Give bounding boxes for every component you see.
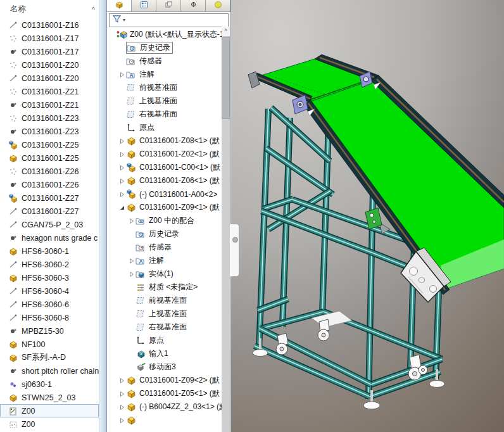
expand-arrow-icon[interactable]: [118, 418, 126, 423]
file-list-item[interactable]: HFS6-3060-4: [0, 284, 99, 298]
tree-item[interactable]: 右视基准面: [107, 108, 222, 121]
file-list-item[interactable]: CGAN75-P_2_03: [0, 218, 99, 231]
collapse-chevron-icon[interactable]: ^: [92, 6, 95, 13]
tree-item[interactable]: 上视基准面: [107, 307, 222, 321]
expand-arrow-icon[interactable]: [127, 219, 135, 224]
file-list-item[interactable]: HFS6-3060-6: [0, 298, 99, 311]
expand-arrow-icon[interactable]: [118, 139, 126, 144]
file-list-item[interactable]: STWN25_2_03: [0, 391, 99, 404]
file-list-item[interactable]: HFS6-3060-3: [0, 271, 99, 284]
tree-item[interactable]: (-) C01316001-A00<2>: [107, 187, 222, 201]
tree-item[interactable]: Z00 (默认<默认_显示状态-1>: [107, 28, 222, 41]
file-list-item[interactable]: C01316001-Z21: [0, 98, 99, 111]
tree-item[interactable]: C01316001-Z05<1> (默: [107, 387, 222, 400]
tree-item[interactable]: 输入1: [107, 347, 222, 360]
tree-item-content: C01316001-Z02<1> (默: [126, 149, 220, 160]
tree-item[interactable]: [107, 414, 222, 427]
expand-arrow-icon[interactable]: [127, 258, 135, 264]
file-list-item[interactable]: Z00: [0, 417, 99, 431]
file-list-item[interactable]: C01316001-Z16: [0, 18, 99, 32]
filter-dropdown-caret[interactable]: ▾: [123, 17, 125, 23]
file-list-item[interactable]: C01316001-Z17: [0, 45, 99, 58]
tree-item[interactable]: 原点: [107, 121, 222, 134]
file-list-item[interactable]: HFS6-3060-1: [0, 245, 99, 258]
tree-item[interactable]: 右视基准面: [107, 321, 222, 334]
tree-item-label: 注解: [139, 69, 154, 80]
tree-item[interactable]: A注解: [107, 254, 222, 267]
tree-item[interactable]: C01316001-Z02<1> (默: [107, 148, 222, 161]
file-list-item[interactable]: C01316001-Z20: [0, 72, 99, 85]
expand-arrow-icon[interactable]: [118, 179, 126, 184]
tab-featuremanager[interactable]: [107, 0, 132, 11]
tree-item[interactable]: C01316001-Z08<1> (默: [107, 134, 222, 148]
file-list-item[interactable]: HFS6-3060-8: [0, 311, 99, 324]
file-list-item[interactable]: C01316001-Z25: [0, 138, 99, 151]
tab-propertymanager[interactable]: [132, 0, 156, 11]
tree-item[interactable]: 实体(1): [107, 267, 222, 281]
tree-item[interactable]: C01316001-Z06<1> (默: [107, 174, 222, 187]
expand-arrow-icon[interactable]: [118, 205, 126, 210]
tree-item[interactable]: 历史记录: [107, 41, 222, 54]
tab-dimxpertmanager[interactable]: Φ: [181, 0, 206, 11]
file-list-item[interactable]: HFS6-3060-2: [0, 258, 99, 271]
file-list-item[interactable]: C01316001-Z27: [0, 205, 99, 218]
part-icon: [8, 393, 18, 402]
file-list-item[interactable]: C01316001-Z23: [0, 111, 99, 125]
file-list-item[interactable]: C01316001-Z25: [0, 151, 99, 165]
file-list-item[interactable]: C01316001-Z23: [0, 125, 99, 138]
tree-item[interactable]: Z00 中的配合: [107, 214, 222, 227]
tree-item[interactable]: 原点: [107, 334, 222, 347]
tree-scroll-up-button[interactable]: ^: [222, 27, 230, 36]
tree-item[interactable]: 上视基准面: [107, 94, 222, 108]
file-list-item[interactable]: C01316001-Z26: [0, 178, 99, 191]
mates-icon: [135, 216, 146, 226]
file-list-item[interactable]: C01316001-Z21: [0, 85, 99, 98]
file-list-item[interactable]: C01316001-Z20: [0, 58, 99, 72]
file-list-item[interactable]: sj0630-1: [0, 378, 99, 391]
file-list-item[interactable]: short pitch roller chain: [0, 364, 99, 378]
tree-item[interactable]: 传感器: [107, 241, 222, 254]
filter-row: ▾: [107, 12, 230, 28]
tree-item[interactable]: C01316001-Z09<2> (默: [107, 374, 222, 387]
graphics-viewport[interactable]: [231, 0, 504, 432]
file-list-item[interactable]: Z00: [0, 404, 99, 417]
expand-arrow-icon[interactable]: [118, 72, 126, 77]
expand-arrow-icon[interactable]: [127, 272, 135, 277]
tree-item[interactable]: 历史记录: [107, 227, 222, 241]
file-list-item[interactable]: MPBZ15-30: [0, 324, 99, 338]
file-list-item[interactable]: NF100: [0, 338, 99, 351]
tab-configurationmanager[interactable]: [156, 0, 181, 11]
tree-item[interactable]: 移动面3: [107, 360, 222, 374]
file-list-item[interactable]: hexagon nuts grade c: [0, 231, 99, 245]
file-list-item[interactable]: C01316001-Z26: [0, 165, 99, 178]
dark-icon: [8, 181, 18, 189]
tree-item[interactable]: (-) B6004ZZ_2_03<1> (默: [107, 400, 222, 414]
panel-splitter-handle[interactable]: [230, 224, 239, 277]
tree-item[interactable]: A注解: [107, 68, 222, 81]
name-column-header[interactable]: 名称: [10, 4, 26, 15]
expand-arrow-icon[interactable]: [118, 405, 126, 410]
tree-item-content: C01316001-Z08<1> (默: [126, 136, 220, 146]
tab-displaymanager[interactable]: [206, 0, 230, 11]
tree-item[interactable]: C01316001-Z09<1> (默: [107, 201, 222, 214]
tree-item[interactable]: 传感器: [107, 54, 222, 68]
pin-icon: [8, 220, 18, 229]
expand-arrow-icon[interactable]: [118, 152, 126, 157]
tree-item[interactable]: 材质 <未指定>: [107, 281, 222, 294]
file-list-item[interactable]: C01316001-Z27: [0, 191, 99, 205]
expand-arrow-icon[interactable]: [118, 165, 126, 170]
tree-item[interactable]: C01316001-C00<1> (默: [107, 161, 222, 174]
tree-filter-input[interactable]: ▾: [109, 13, 229, 27]
tree-item-content: C01316001-Z05<1> (默: [126, 388, 220, 399]
expand-arrow-icon[interactable]: [118, 378, 126, 383]
tree-scrollbar-thumb[interactable]: [222, 37, 230, 119]
tree-item[interactable]: 前视基准面: [107, 81, 222, 94]
tree-item[interactable]: 前视基准面: [107, 294, 222, 307]
file-item-label: C01316001-Z27: [22, 207, 79, 216]
expand-arrow-icon[interactable]: [118, 192, 126, 197]
expand-arrow-icon[interactable]: [118, 391, 126, 397]
tree-item-content: A注解: [126, 69, 154, 80]
file-list-item[interactable]: SF系列.-A-D: [0, 351, 99, 364]
plane-icon: [135, 296, 146, 305]
file-list-item[interactable]: C01316001-Z17: [0, 32, 99, 45]
